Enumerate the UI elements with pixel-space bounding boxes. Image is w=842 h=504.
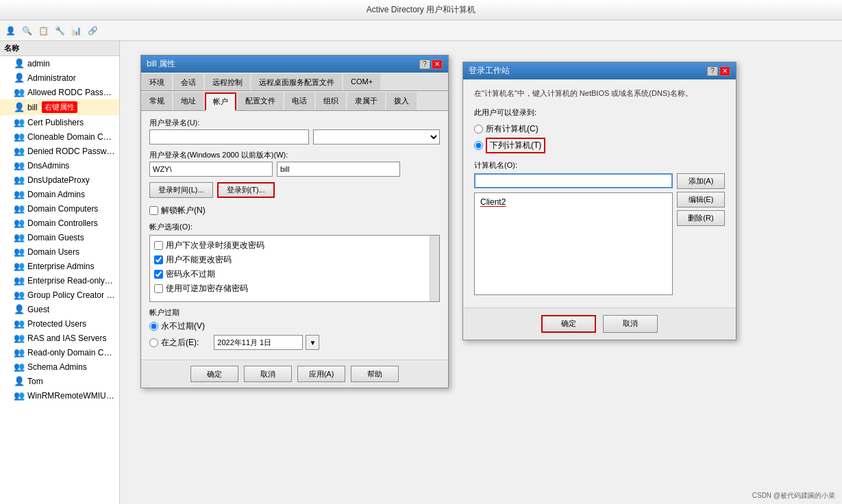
expire-date-input[interactable]	[214, 335, 303, 350]
cannot-change-password-checkbox[interactable]	[154, 255, 163, 264]
expire-after-row: 在之后(E): ▼	[149, 335, 440, 350]
bill-help-button[interactable]: 帮助	[351, 366, 399, 382]
close-button[interactable]: ✕	[432, 60, 443, 69]
edit-computer-button[interactable]: 编辑(E)	[677, 192, 725, 207]
password-never-expires-checkbox[interactable]	[154, 270, 163, 279]
bill-cancel-button[interactable]: 取消	[244, 366, 292, 382]
group-icon: 👥	[14, 131, 25, 142]
sidebar-item-domain-controllers[interactable]: 👥 Domain Controllers	[0, 216, 119, 230]
user-login-input[interactable]	[149, 129, 309, 144]
unlock-account-checkbox[interactable]	[149, 206, 158, 215]
sidebar-item-winrm[interactable]: 👥 WinRMRemoteWMIUser	[0, 388, 119, 403]
sidebar-item-domain-admins[interactable]: 👥 Domain Admins	[0, 187, 119, 201]
toolbar-btn-1[interactable]: 👤	[3, 23, 18, 38]
sidebar-item-enterprise-readonly[interactable]: 👥 Enterprise Read-only Do	[0, 273, 119, 288]
expire-never-label: 永不过期(V)	[161, 320, 205, 332]
sidebar-item-domain-users[interactable]: 👥 Domain Users	[0, 244, 119, 259]
sidebar-item-domain-guests[interactable]: 👥 Domain Guests	[0, 230, 119, 244]
login-dialog-titlebar[interactable]: 登录工作站 ? ✕	[463, 62, 736, 79]
sidebar-item-bill[interactable]: 👤 bill 右键属性	[0, 99, 119, 115]
sidebar-item-readonly-domain[interactable]: 👥 Read-only Domain Contr	[0, 345, 119, 360]
toolbar-btn-2[interactable]: 🔍	[19, 23, 34, 38]
login-cancel-button[interactable]: 取消	[603, 315, 658, 333]
sidebar-item-label: Domain Users	[27, 247, 79, 257]
all-computers-radio[interactable]	[474, 125, 483, 134]
sidebar-item-dns-admins[interactable]: 👥 DnsAdmins	[0, 158, 119, 173]
bill-apply-button[interactable]: 应用(A)	[297, 366, 345, 382]
toolbar-btn-5[interactable]: 📊	[69, 23, 84, 38]
expire-after-radio[interactable]	[149, 338, 158, 347]
sidebar-item-cloneable[interactable]: 👥 Cloneable Domain Contr	[0, 129, 119, 144]
computer-right-col: 添加(A) 编辑(E) 删除(R)	[677, 173, 725, 299]
sidebar-header: 名称	[0, 41, 119, 56]
help-button[interactable]: ?	[419, 60, 430, 69]
group-icon: 👥	[14, 189, 25, 199]
login-ok-button[interactable]: 确定	[541, 315, 596, 333]
toolbar-btn-4[interactable]: 🔧	[52, 23, 67, 38]
tab-member-of[interactable]: 隶属于	[347, 92, 385, 110]
sidebar-item-group-policy[interactable]: 👥 Group Policy Creator Ow	[0, 288, 119, 302]
expire-never-radio[interactable]	[149, 322, 158, 331]
toolbar-btn-6[interactable]: 🔗	[85, 23, 100, 38]
tab-com[interactable]: COM+	[343, 74, 380, 90]
option-change-password: 用户下次登录时须更改密码	[154, 240, 435, 251]
sidebar-item-allowed-rodc[interactable]: 👥 Allowed RODC Password	[0, 85, 119, 99]
bill-ok-button[interactable]: 确定	[190, 366, 238, 382]
computer-name-label: 计算机名(O):	[474, 160, 725, 171]
watermark: CSDN @被代码蹂躏的小菜	[752, 491, 835, 501]
sidebar-item-enterprise-admins[interactable]: 👥 Enterprise Admins	[0, 259, 119, 273]
login-time-button[interactable]: 登录时间(L)...	[149, 182, 213, 198]
change-password-label: 用户下次登录时须更改密码	[166, 240, 264, 251]
group-icon: 👥	[14, 117, 25, 127]
user-login-legacy-label: 用户登录名(Windows 2000 以前版本)(W):	[149, 150, 440, 160]
toolbar: 👤 🔍 📋 🔧 📊 🔗	[0, 21, 842, 41]
reversible-encryption-checkbox[interactable]	[154, 284, 163, 293]
sidebar-item-ras-ias[interactable]: 👥 RAS and IAS Servers	[0, 331, 119, 345]
computer-name-client2: Client2	[480, 197, 506, 207]
below-computers-radio[interactable]	[474, 141, 483, 150]
sidebar-item-label: Domain Guests	[27, 233, 84, 242]
add-computer-button[interactable]: 添加(A)	[677, 173, 725, 189]
options-scrollbar[interactable]	[430, 236, 439, 301]
sidebar-item-admin[interactable]: 👤 admin	[0, 56, 119, 71]
sidebar-item-protected-users[interactable]: 👥 Protected Users	[0, 316, 119, 331]
tab-phone[interactable]: 电话	[284, 92, 314, 110]
sidebar-item-schema-admins[interactable]: 👥 Schema Admins	[0, 360, 119, 374]
sidebar-item-tom[interactable]: 👤 Tom	[0, 374, 119, 388]
login-help-button[interactable]: ?	[707, 66, 718, 76]
title-bar: Active Directory 用户和计算机	[0, 0, 842, 21]
bill-dialog-titlebar[interactable]: bill 属性 ? ✕	[141, 55, 448, 73]
delete-computer-button[interactable]: 删除(R)	[677, 210, 725, 226]
tab-remote-desktop[interactable]: 远程桌面服务配置文件	[251, 74, 342, 90]
sidebar-item-guest[interactable]: 👤 Guest	[0, 302, 119, 316]
tab-session[interactable]: 会话	[173, 74, 203, 90]
tab-environment[interactable]: 环境	[142, 74, 172, 90]
user-icon: 👤	[14, 304, 25, 314]
change-password-checkbox[interactable]	[154, 241, 163, 250]
computer-list-box: Client2	[474, 192, 673, 295]
date-picker-button[interactable]: ▼	[306, 335, 319, 350]
login-to-button[interactable]: 登录到(T)...	[217, 182, 275, 198]
tab-account[interactable]: 帐户	[205, 92, 236, 111]
computer-name-input[interactable]	[474, 173, 673, 188]
login-close-button[interactable]: ✕	[719, 66, 730, 76]
dialog-title-buttons: ? ✕	[419, 60, 443, 69]
group-icon: 👥	[14, 203, 25, 214]
tab-profile[interactable]: 配置文件	[238, 92, 283, 110]
sidebar-item-administrator[interactable]: 👤 Administrator	[0, 71, 119, 85]
user-login-domain-select[interactable]	[313, 129, 440, 144]
sidebar-item-cert-publishers[interactable]: 👥 Cert Publishers	[0, 115, 119, 129]
user-login-name-input[interactable]	[277, 162, 400, 177]
tab-general[interactable]: 常规	[142, 92, 172, 110]
sidebar-item-dns-updateproxy[interactable]: 👥 DnsUpdateProxy	[0, 173, 119, 187]
tab-org[interactable]: 组织	[316, 92, 346, 110]
sidebar-item-denied-rodc[interactable]: 👥 Denied RODC Password	[0, 144, 119, 158]
tab-address[interactable]: 地址	[173, 92, 203, 110]
tab-remote-control[interactable]: 远程控制	[205, 74, 250, 90]
tab-dialin[interactable]: 拨入	[386, 92, 417, 110]
app-title: Active Directory 用户和计算机	[367, 4, 475, 16]
sidebar-item-domain-computers[interactable]: 👥 Domain Computers	[0, 201, 119, 216]
main-layout: 名称 👤 admin 👤 Administrator 👥 Allowed ROD…	[0, 41, 842, 504]
toolbar-btn-3[interactable]: 📋	[36, 23, 51, 38]
user-login-domain-input[interactable]	[149, 162, 273, 177]
